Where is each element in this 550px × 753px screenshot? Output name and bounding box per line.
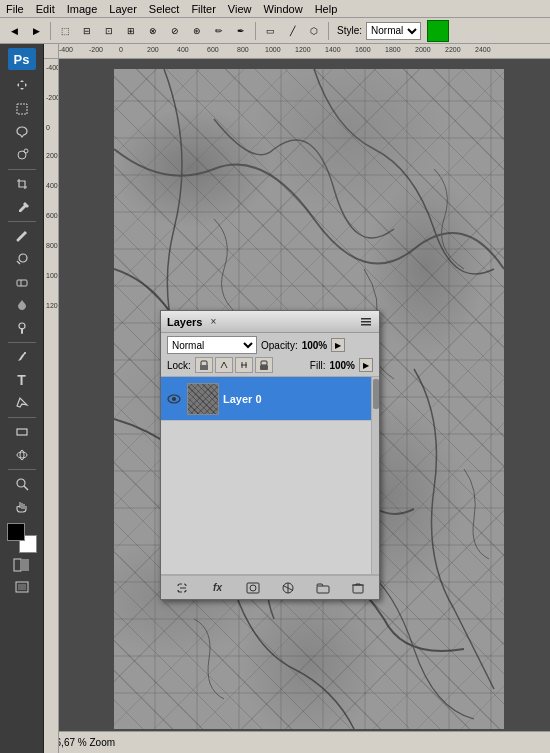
menu-image[interactable]: Image [61,2,104,16]
toolbar-lasso[interactable]: ⊗ [143,21,163,41]
layers-title-bar: Layers × [161,311,379,333]
toolbar-marquee-rect[interactable]: ⬚ [55,21,75,41]
tool-screen-mode[interactable] [10,577,34,599]
tool-3d[interactable] [10,444,34,466]
toolbar-crop[interactable]: ⊡ [99,21,119,41]
menu-view[interactable]: View [222,2,258,16]
toolbar-brush[interactable]: ✏ [209,21,229,41]
tool-sep5 [8,469,36,470]
tool-quick-select[interactable] [10,144,34,166]
svg-rect-19 [361,321,371,323]
ruler-corner [44,44,59,59]
menu-window[interactable]: Window [258,2,309,16]
lock-transparency-btn[interactable] [195,357,213,373]
layers-fx-btn[interactable]: fx [208,579,228,597]
layers-title-left: Layers × [167,316,216,328]
menu-help[interactable]: Help [309,2,344,16]
style-label: Style: [337,25,362,36]
toolbar-pen[interactable]: ✒ [231,21,251,41]
tool-quick-mask[interactable] [10,554,34,576]
lock-all-btn[interactable] [255,357,273,373]
tool-marquee[interactable] [10,98,34,120]
tool-blur[interactable] [10,294,34,316]
toolbar: ◀ ▶ ⬚ ⊟ ⊡ ⊞ ⊗ ⊘ ⊛ ✏ ✒ ▭ ╱ ⬡ Style: Norma… [0,18,550,44]
svg-rect-22 [261,361,267,365]
tool-brush[interactable] [10,225,34,247]
layers-title: Layers [167,316,202,328]
tool-zoom[interactable] [10,473,34,495]
toolbar-3d[interactable]: ⬡ [304,21,324,41]
menu-select[interactable]: Select [143,2,186,16]
toolbar-history-back[interactable]: ◀ [4,21,24,41]
foreground-color[interactable] [7,523,25,541]
menu-edit[interactable]: Edit [30,2,61,16]
tool-eyedropper[interactable] [10,196,34,218]
menu-filter[interactable]: Filter [185,2,221,16]
lock-image-btn[interactable] [215,357,233,373]
tool-clone-stamp[interactable] [10,248,34,270]
toolbar-history-forward[interactable]: ▶ [26,21,46,41]
svg-rect-30 [353,585,363,593]
blend-mode-select[interactable]: Normal Multiply Screen Overlay [167,336,257,354]
menu-layer[interactable]: Layer [103,2,143,16]
fill-arrow[interactable]: ▶ [359,358,373,372]
tool-dodge[interactable] [10,317,34,339]
svg-rect-20 [361,324,371,326]
tool-type[interactable]: T [10,369,34,391]
layers-delete-btn[interactable] [348,579,368,597]
tools-panel: Ps T [0,44,44,753]
fill-value: 100% [329,360,355,371]
zoom-status: 16,67 % Zoom [50,737,115,748]
tool-move[interactable] [10,75,34,97]
svg-rect-4 [17,280,27,286]
svg-rect-0 [17,104,27,114]
toolbar-slice[interactable]: ⊞ [121,21,141,41]
layer-item[interactable]: Layer 0 [161,377,379,421]
opacity-label: Opacity: [261,340,298,351]
layers-mask-btn[interactable] [243,579,263,597]
lock-position-btn[interactable] [235,357,253,373]
tool-sep3 [8,342,36,343]
layers-group-btn[interactable] [313,579,333,597]
style-select[interactable]: Normal [366,22,421,40]
layer-thumbnail [187,383,219,415]
style-color-preview [427,20,449,42]
svg-point-3 [16,239,19,242]
menu-bar: File Edit Image Layer Select Filter View… [0,0,550,18]
tool-sep1 [8,169,36,170]
layer-thumb-inner [188,384,218,414]
layers-scrollbar[interactable] [371,377,379,574]
tool-shape-rect[interactable] [10,421,34,443]
layers-close-btn[interactable]: × [210,316,216,327]
toolbar-polygon[interactable]: ⊘ [165,21,185,41]
layers-link-btn[interactable] [173,579,193,597]
layers-scroll-thumb[interactable] [373,379,379,409]
tool-crop[interactable] [10,173,34,195]
tool-path-select[interactable] [10,392,34,414]
layers-row1: Normal Multiply Screen Overlay Opacity: … [167,336,373,354]
svg-point-12 [17,479,25,487]
tool-hand[interactable] [10,496,34,518]
ps-logo: Ps [8,48,36,70]
foreground-background-colors[interactable] [7,523,37,553]
ruler-vertical: -400 -200 0 200 400 600 800 1000 1200 [44,59,59,753]
toolbar-wand[interactable]: ⊛ [187,21,207,41]
tool-eraser[interactable] [10,271,34,293]
svg-point-10 [17,452,27,458]
menu-file[interactable]: File [0,2,30,16]
layers-adjustment-btn[interactable] [278,579,298,597]
layers-menu-btn[interactable] [359,315,373,329]
tool-lasso[interactable] [10,121,34,143]
svg-point-2 [24,149,28,153]
layers-list: Layer 0 [161,377,379,575]
layers-bottom: fx [161,575,379,599]
toolbar-shape-line[interactable]: ╱ [282,21,302,41]
opacity-arrow[interactable]: ▶ [331,338,345,352]
toolbar-sep1 [50,22,51,40]
svg-rect-23 [260,365,268,370]
tool-pen[interactable] [10,346,34,368]
toolbar-marquee-single[interactable]: ⊟ [77,21,97,41]
toolbar-shape-rect[interactable]: ▭ [260,21,280,41]
layer-visibility-btn[interactable] [165,390,183,408]
layers-row2: Lock: Fill: 100% ▶ [167,357,373,373]
